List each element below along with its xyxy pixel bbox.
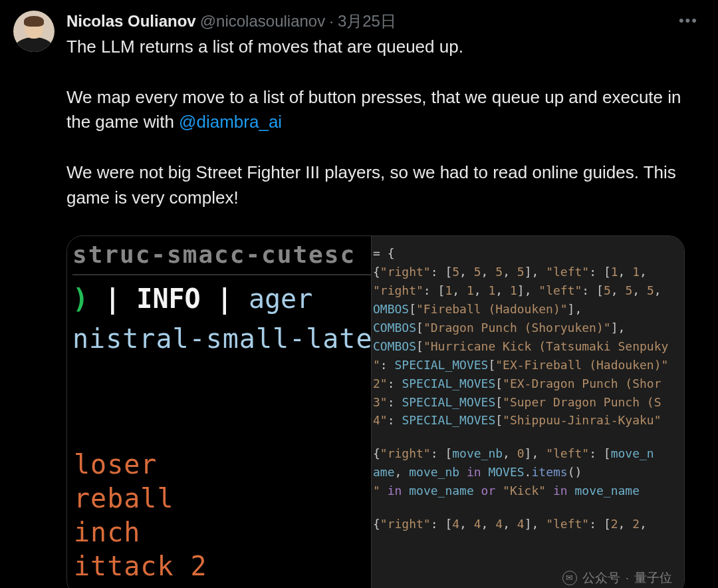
media-attachment[interactable]: struc-smacc-cutesc ) | INFO | ager nistr… (66, 235, 685, 588)
tweet-container: ••• Nicolas Oulianov @nicolasoulianov · … (0, 0, 718, 588)
terminal-output-line: ittack 2 (74, 549, 207, 583)
watermark: ✉ 公众号 · 量子位 (562, 568, 672, 587)
tweet-body: The LLM returns a list of moves that are… (66, 35, 705, 588)
watermark-sep: · (626, 568, 629, 587)
more-options-icon[interactable]: ••• (679, 12, 698, 29)
terminal-panel: struc-smacc-cutesc ) | INFO | ager nistr… (67, 236, 372, 588)
separator-dot: · (329, 12, 334, 31)
tweet-paragraph: We were not big Street Fighter III playe… (66, 160, 685, 210)
code-line: " in move_name or "Kick" in move_name (372, 482, 684, 500)
code-line: {"right": [5, 5, 5, 5], "left": [1, 1, (372, 263, 684, 281)
code-line: = { (372, 244, 684, 263)
author-display-name[interactable]: Nicolas Oulianov (66, 12, 196, 31)
code-line: 2": SPECIAL_MOVES["EX-Dragon Punch (Shor (372, 374, 684, 393)
tweet-paragraph: We map every move to a list of button pr… (66, 85, 685, 135)
code-panel: = { {"right": [5, 5, 5, 5], "left": [1, … (372, 236, 684, 588)
author-handle[interactable]: @nicolasoulianov (200, 12, 325, 31)
code-line: 3": SPECIAL_MOVES["Super Dragon Punch (S (372, 393, 684, 412)
terminal-fragment: ) (72, 283, 88, 314)
terminal-line: nistral-small-lates (72, 318, 371, 358)
code-line: OMBOS["Fireball (Hadouken)"], (372, 300, 684, 319)
code-line: {"right": [4, 4, 4, 4], "left": [2, 2, (372, 515, 684, 533)
terminal-line: struc-smacc-cutesc (72, 236, 371, 275)
terminal-output-line: reball (74, 482, 207, 515)
terminal-fragment: ager (249, 283, 312, 314)
terminal-fragment: | (88, 283, 136, 314)
watermark-label: 公众号 (582, 568, 620, 587)
avatar[interactable] (13, 11, 55, 52)
tweet-paragraph: The LLM returns a list of moves that are… (66, 35, 685, 60)
watermark-name: 量子位 (634, 568, 672, 587)
code-line: ": SPECIAL_MOVES["EX-Fireball (Hadouken)… (372, 356, 684, 374)
terminal-line: ) | INFO | ager (72, 275, 371, 318)
tweet-date[interactable]: 3月25日 (338, 11, 396, 32)
code-line: ame, move_nb in MOVES.items() (372, 463, 684, 482)
terminal-output: loser reball inch ittack 2 (74, 448, 207, 584)
tweet-text-span: We map every move to a list of button pr… (66, 87, 681, 132)
tweet-header: Nicolas Oulianov @nicolasoulianov · 3月25… (66, 11, 705, 32)
terminal-output-line: loser (74, 448, 207, 482)
code-line: COMBOS["Hurricane Kick (Tatsumaki Senpuk… (372, 337, 684, 356)
code-line: 4": SPECIAL_MOVES["Shippuu-Jinrai-Kyaku" (372, 411, 684, 430)
mention-link[interactable]: @diambra_ai (179, 112, 282, 132)
terminal-fragment: INFO (136, 283, 200, 314)
code-line: "right": [1, 1, 1, 1], "left": [5, 5, 5, (372, 281, 684, 300)
terminal-output-line: inch (74, 515, 207, 549)
wechat-icon: ✉ (562, 571, 577, 585)
terminal-fragment: | (201, 283, 249, 314)
code-line: {"right": [move_nb, 0], "left": [move_n (372, 444, 684, 463)
code-line: COMBOS["Dragon Punch (Shoryuken)"], (372, 319, 684, 337)
tweet-content: Nicolas Oulianov @nicolasoulianov · 3月25… (66, 11, 705, 588)
